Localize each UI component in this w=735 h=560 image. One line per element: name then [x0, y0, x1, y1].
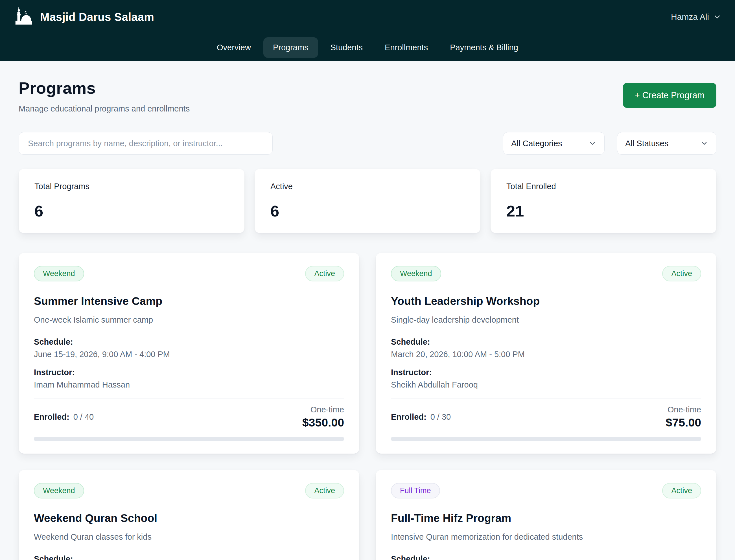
instructor-label: Instructor: [391, 366, 701, 378]
status-badge: Active [305, 483, 344, 498]
tab-enrollments[interactable]: Enrollments [375, 37, 437, 58]
mosque-logo-icon [14, 7, 34, 27]
app-header: Masjid Darus Salaam Hamza Ali OverviewPr… [0, 0, 735, 61]
chevron-down-icon [713, 13, 721, 21]
price: $350.00 [302, 415, 344, 430]
programs-grid: Weekend Active Summer Intensive Camp One… [19, 253, 716, 560]
program-name: Youth Leadership Workshop [391, 295, 701, 307]
schedule-label: Schedule: [34, 336, 344, 348]
program-description: Single-day leadership development [391, 315, 701, 325]
enrolled-label: Enrolled: [34, 411, 69, 423]
schedule-label: Schedule: [391, 553, 701, 560]
user-name: Hamza Ali [671, 12, 709, 22]
stat-value: 6 [34, 202, 229, 220]
program-name: Full-Time Hifz Program [391, 512, 701, 524]
program-description: Weekend Quran classes for kids [34, 532, 344, 542]
stat-value: 6 [270, 202, 465, 220]
chevron-down-icon [700, 139, 708, 147]
enrolled-label: Enrolled: [391, 411, 426, 423]
category-filter-value: All Categories [511, 139, 562, 148]
program-name: Summer Intensive Camp [34, 295, 344, 307]
schedule-label: Schedule: [391, 336, 701, 348]
category-filter[interactable]: All Categories [503, 132, 605, 155]
price: $75.00 [666, 415, 701, 430]
program-card: Weekend Active Youth Leadership Workshop… [376, 253, 716, 454]
tab-students[interactable]: Students [321, 37, 372, 58]
search-input[interactable] [19, 132, 273, 155]
schedule-value: June 15-19, 2026, 9:00 AM - 4:00 PM [34, 348, 344, 360]
stat-card: Total Programs 6 [19, 169, 244, 233]
program-card: Weekend Active Weekend Quran School Week… [19, 470, 359, 560]
program-card: Full Time Active Full-Time Hifz Program … [376, 470, 716, 560]
stat-label: Total Programs [34, 182, 229, 191]
status-badge: Active [305, 266, 344, 281]
tab-programs[interactable]: Programs [263, 37, 318, 58]
status-filter-value: All Statuses [625, 139, 668, 148]
status-badge: Active [662, 266, 701, 281]
program-name: Weekend Quran School [34, 512, 344, 524]
billing-type: One-time [666, 404, 701, 415]
stat-label: Active [270, 182, 465, 191]
stat-card: Total Enrolled 21 [491, 169, 716, 233]
instructor-label: Instructor: [34, 366, 344, 378]
app-title: Masjid Darus Salaam [40, 11, 154, 23]
category-badge: Weekend [391, 266, 441, 281]
category-badge: Full Time [391, 483, 440, 498]
instructor-value: Imam Muhammad Hassan [34, 379, 344, 391]
user-menu[interactable]: Hamza Ali [671, 12, 721, 22]
stat-card: Active 6 [255, 169, 480, 233]
nav-tabs: OverviewProgramsStudentsEnrollmentsPayme… [0, 34, 735, 61]
create-program-button[interactable]: + Create Program [623, 83, 716, 108]
stats-row: Total Programs 6 Active 6 Total Enrolled… [19, 169, 716, 233]
stat-label: Total Enrolled [506, 182, 701, 191]
category-badge: Weekend [34, 483, 84, 498]
tab-overview[interactable]: Overview [207, 37, 261, 58]
tab-payments-billing[interactable]: Payments & Billing [440, 37, 528, 58]
schedule-label: Schedule: [34, 553, 344, 560]
program-card: Weekend Active Summer Intensive Camp One… [19, 253, 359, 454]
enrolled-value: 0 / 30 [430, 411, 451, 423]
enrolled-value: 0 / 40 [73, 411, 94, 423]
status-filter[interactable]: All Statuses [617, 132, 716, 155]
program-description: One-week Islamic summer camp [34, 315, 344, 325]
program-description: Intensive Quran memorization for dedicat… [391, 532, 701, 542]
filters-row: All Categories All Statuses [19, 132, 716, 155]
page-subtitle: Manage educational programs and enrollme… [19, 104, 190, 113]
category-badge: Weekend [34, 266, 84, 281]
chevron-down-icon [589, 139, 596, 147]
progress-bar [34, 437, 344, 441]
instructor-value: Sheikh Abdullah Farooq [391, 379, 701, 391]
page-title: Programs [19, 78, 190, 97]
status-badge: Active [662, 483, 701, 498]
billing-type: One-time [302, 404, 344, 415]
main-content: Programs Manage educational programs and… [19, 78, 716, 560]
schedule-value: March 20, 2026, 10:00 AM - 5:00 PM [391, 348, 701, 360]
brand: Masjid Darus Salaam [14, 7, 154, 27]
stat-value: 21 [506, 202, 701, 220]
progress-bar [391, 437, 701, 441]
